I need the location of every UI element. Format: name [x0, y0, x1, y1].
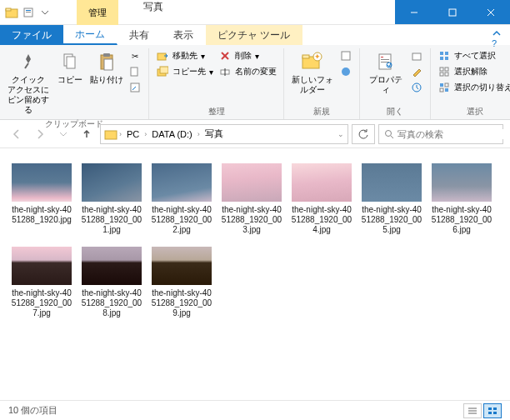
- file-item[interactable]: the-night-sky-4051288_1920_001.jpg: [80, 163, 143, 235]
- new-item-button[interactable]: [338, 48, 354, 63]
- edit-button[interactable]: [408, 64, 425, 79]
- forward-button[interactable]: [30, 124, 50, 144]
- history-button[interactable]: [408, 80, 425, 95]
- file-name: the-night-sky-4051288_1920_005.jpg: [360, 205, 423, 235]
- tab-home[interactable]: ホーム: [63, 25, 118, 45]
- back-button[interactable]: [7, 124, 27, 144]
- file-item[interactable]: the-night-sky-4051288_1920_006.jpg: [430, 163, 493, 235]
- chevron-right-icon[interactable]: ›: [144, 130, 147, 138]
- svg-rect-45: [440, 83, 443, 87]
- thumbnails-view-button[interactable]: [483, 403, 502, 418]
- file-item[interactable]: the-night-sky-4051288_1920_007.jpg: [10, 247, 73, 318]
- file-item[interactable]: the-night-sky-4051288_1920_002.jpg: [150, 163, 213, 235]
- svg-rect-58: [493, 412, 497, 414]
- file-item[interactable]: the-night-sky-4051288_1920_009.jpg: [150, 247, 213, 318]
- easy-access-icon: [339, 65, 352, 78]
- select-all-button[interactable]: すべて選択: [436, 48, 510, 63]
- file-name: the-night-sky-4051288_1920_002.jpg: [150, 205, 213, 235]
- file-item[interactable]: the-night-sky-4051288_1920_005.jpg: [360, 163, 423, 235]
- paste-button[interactable]: 貼り付け: [88, 48, 125, 87]
- window-title: 写真: [118, 0, 188, 24]
- file-name: the-night-sky-4051288_1920_001.jpg: [80, 205, 143, 235]
- copy-to-icon: [156, 65, 169, 78]
- contextual-tab-label: 管理: [88, 7, 107, 19]
- file-name: the-night-sky-4051288_1920_008.jpg: [80, 288, 143, 318]
- crumb-pc[interactable]: PC: [123, 129, 142, 139]
- file-item[interactable]: the-night-sky-4051288_1920_008.jpg: [80, 247, 143, 318]
- svg-rect-41: [440, 68, 443, 71]
- folder-icon: [104, 128, 118, 141]
- file-thumbnail: [82, 163, 142, 202]
- paste-icon: [95, 50, 118, 73]
- paste-shortcut-button[interactable]: [127, 80, 143, 95]
- move-to-button[interactable]: 移動先 ▾: [154, 48, 215, 63]
- svg-rect-14: [104, 59, 112, 70]
- svg-rect-56: [493, 408, 497, 410]
- close-button[interactable]: [472, 0, 510, 24]
- up-button[interactable]: [77, 124, 97, 144]
- svg-rect-32: [381, 59, 389, 60]
- svg-rect-49: [105, 131, 117, 139]
- delete-button[interactable]: 削除 ▾: [217, 48, 278, 63]
- chevron-right-icon[interactable]: ›: [119, 130, 122, 138]
- file-item[interactable]: the-night-sky-4051288_1920.jpg: [10, 163, 73, 235]
- file-thumbnail: [152, 163, 212, 202]
- open-button[interactable]: [408, 48, 425, 63]
- chevron-right-icon[interactable]: ›: [198, 130, 200, 138]
- open-icon: [410, 49, 423, 62]
- file-item[interactable]: the-night-sky-4051288_1920_004.jpg: [290, 163, 353, 235]
- svg-rect-39: [440, 57, 443, 60]
- crumb-folder[interactable]: 写真: [202, 128, 227, 140]
- svg-rect-3: [26, 10, 31, 11]
- new-item-icon: [339, 49, 352, 62]
- refresh-button[interactable]: [352, 124, 375, 144]
- file-item[interactable]: the-night-sky-4051288_1920_003.jpg: [220, 163, 283, 235]
- copy-path-icon: [128, 65, 142, 78]
- easy-access-button[interactable]: [338, 64, 354, 79]
- minimize-button[interactable]: [395, 0, 433, 24]
- file-name: the-night-sky-4051288_1920_003.jpg: [220, 205, 283, 235]
- cut-button[interactable]: ✂: [127, 48, 143, 63]
- tab-picture-tools[interactable]: ピクチャ ツール: [206, 25, 302, 45]
- tab-share[interactable]: 共有: [118, 25, 162, 45]
- file-thumbnail: [82, 247, 142, 285]
- search-box[interactable]: [378, 124, 503, 144]
- file-thumbnail: [292, 163, 352, 202]
- group-label-select: 選択: [436, 104, 510, 119]
- group-label-organize: 整理: [154, 104, 278, 119]
- svg-rect-47: [440, 88, 443, 92]
- recent-button[interactable]: [53, 124, 73, 144]
- shortcut-icon: [128, 81, 142, 94]
- properties-button[interactable]: プロパティ: [365, 48, 407, 97]
- svg-text:✦: ✦: [314, 52, 321, 61]
- search-input[interactable]: [398, 129, 510, 139]
- file-thumbnail: [362, 163, 422, 202]
- ribbon-collapse-button[interactable]: ?: [483, 25, 510, 45]
- rename-icon: [218, 65, 232, 78]
- breadcrumb[interactable]: › PC › DATA (D:) › 写真 ⌄: [100, 124, 348, 144]
- copy-path-button[interactable]: [127, 64, 143, 79]
- tab-view[interactable]: 表示: [162, 25, 206, 45]
- qat-chevron-icon[interactable]: [38, 6, 52, 19]
- qat-properties-icon[interactable]: [22, 6, 35, 19]
- crumb-drive[interactable]: DATA (D:): [148, 129, 195, 139]
- item-count-label: 10 個の項目: [8, 404, 58, 417]
- select-none-button[interactable]: 選択解除: [436, 64, 510, 79]
- svg-rect-4: [26, 12, 31, 12]
- maximize-button[interactable]: [433, 0, 472, 24]
- copy-button[interactable]: コピー: [53, 48, 87, 87]
- file-name: the-night-sky-4051288_1920_007.jpg: [10, 288, 73, 318]
- new-folder-icon: ✦: [301, 50, 324, 73]
- pin-quick-access-button[interactable]: クイック アクセスにピン留めする: [5, 48, 52, 117]
- new-folder-button[interactable]: ✦ 新しいフォルダー: [289, 48, 336, 97]
- copy-to-button[interactable]: コピー先 ▾: [154, 64, 215, 79]
- file-name: the-night-sky-4051288_1920_009.jpg: [150, 288, 213, 318]
- select-none-icon: [438, 65, 451, 78]
- rename-button[interactable]: 名前の変更: [217, 64, 278, 79]
- invert-selection-button[interactable]: 選択の切り替え: [436, 80, 510, 95]
- file-thumbnail: [152, 247, 212, 285]
- svg-rect-35: [412, 53, 421, 60]
- details-view-button[interactable]: [463, 403, 482, 418]
- chevron-down-icon[interactable]: ⌄: [338, 130, 344, 138]
- tab-file[interactable]: ファイル: [0, 25, 63, 45]
